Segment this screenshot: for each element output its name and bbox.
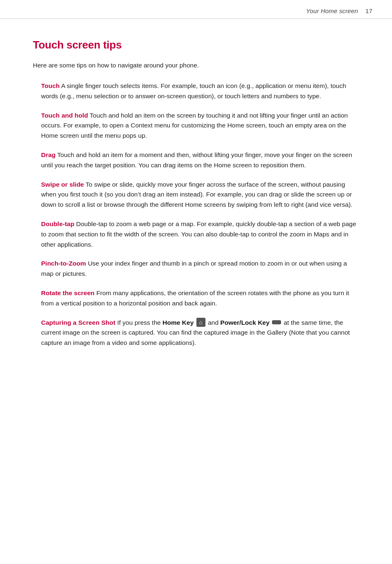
page-header: Your Home screen 17 — [0, 0, 392, 19]
tip-drag-label: Drag — [41, 151, 55, 158]
tip-touch: Touch A single finger touch selects item… — [33, 81, 359, 102]
tip-pinch-zoom-text: Use your index finger and thumb in a pin… — [41, 260, 347, 277]
intro-paragraph: Here are some tips on how to navigate ar… — [33, 60, 359, 70]
tip-screenshot-text-part1: If you press the — [115, 319, 163, 326]
tip-drag: Drag Touch and hold an item for a moment… — [33, 150, 359, 171]
tip-screenshot: Capturing a Screen Shot If you press the… — [33, 318, 359, 348]
tip-swipe-label: Swipe or slide — [41, 181, 84, 188]
tip-touch-and-hold: Touch and hold Touch and hold an item on… — [33, 111, 359, 141]
home-key-text: Home Key — [162, 319, 194, 326]
power-lock-key-text: Power/Lock Key — [220, 319, 270, 326]
main-content: Touch screen tips Here are some tips on … — [0, 19, 392, 382]
tip-double-tap-label: Double-tap — [41, 220, 74, 227]
tip-rotate: Rotate the screen From many applications… — [33, 288, 359, 309]
tip-double-tap-text: Double-tap to zoom a web page or a map. … — [41, 220, 356, 248]
tip-swipe: Swipe or slide To swipe or slide, quickl… — [33, 180, 359, 210]
home-key-icon — [196, 318, 205, 327]
tip-screenshot-label: Capturing a Screen Shot — [41, 319, 115, 326]
tip-pinch-zoom: Pinch-to-Zoom Use your index finger and … — [33, 259, 359, 279]
header-page-number: 17 — [365, 7, 372, 14]
and-text: and — [208, 319, 220, 326]
section-title: Touch screen tips — [33, 39, 359, 51]
tip-touch-label: Touch — [41, 82, 60, 89]
power-key-icon — [272, 320, 281, 324]
tip-touch-and-hold-label: Touch and hold — [41, 112, 88, 119]
tip-swipe-text: To swipe or slide, quickly move your fin… — [41, 181, 353, 208]
tip-rotate-label: Rotate the screen — [41, 289, 95, 296]
tip-touch-text: A single finger touch selects items. For… — [41, 82, 346, 99]
tip-double-tap: Double-tap Double-tap to zoom a web page… — [33, 219, 359, 250]
header-title: Your Home screen — [306, 7, 358, 14]
tip-pinch-zoom-label: Pinch-to-Zoom — [41, 260, 86, 267]
tip-drag-text: Touch and hold an item for a moment and … — [41, 151, 352, 169]
